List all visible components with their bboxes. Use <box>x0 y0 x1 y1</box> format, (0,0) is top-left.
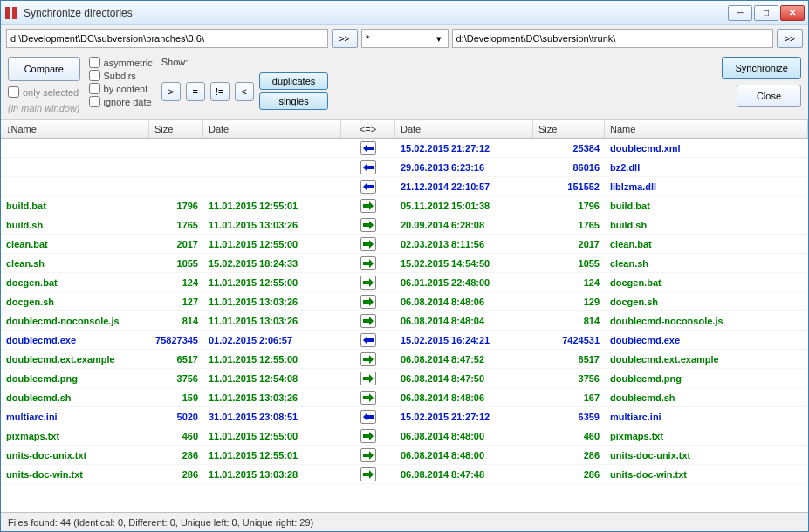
table-row[interactable]: doublecmd.ext.example651711.01.2015 12:5… <box>1 350 808 369</box>
cell-name-right: docgen.bat <box>605 277 808 288</box>
cell-name-right: bz2.dll <box>605 162 808 173</box>
cell-size-left: 124 <box>149 277 203 288</box>
minimize-button[interactable]: ─ <box>728 5 752 21</box>
singles-button[interactable]: singles <box>259 92 329 110</box>
table-row[interactable]: units-doc-unix.txt28611.01.2015 12:55:01… <box>1 446 808 465</box>
cell-size-left: 75827345 <box>149 335 203 345</box>
right-path-input[interactable] <box>452 29 774 48</box>
table-row[interactable]: pixmaps.txt46011.01.2015 12:55:0006.08.2… <box>1 426 808 446</box>
cell-direction[interactable] <box>341 256 395 270</box>
status-bar: Files found: 44 (Identical: 0, Different… <box>1 512 808 531</box>
table-row[interactable]: multiarc.ini502031.01.2015 23:08:5115.02… <box>1 407 808 426</box>
cell-date-right: 06.08.2014 8:48:06 <box>395 392 533 403</box>
arrow-left-icon <box>360 333 376 347</box>
compare-button[interactable]: Compare <box>8 57 80 81</box>
file-mask-input[interactable] <box>361 29 449 48</box>
table-row[interactable]: doublecmd.exe7582734501.02.2015 2:06:571… <box>1 331 808 350</box>
cell-date-left: 11.01.2015 12:55:00 <box>203 431 341 441</box>
cell-direction[interactable] <box>341 448 395 462</box>
synchronize-button[interactable]: Synchronize <box>722 57 801 79</box>
cell-direction[interactable] <box>341 410 395 424</box>
action-buttons: Synchronize Close <box>722 57 801 107</box>
header-direction[interactable]: <=> <box>341 120 395 138</box>
cell-direction[interactable] <box>341 218 395 232</box>
cell-date-left: 11.01.2015 12:55:01 <box>203 201 341 211</box>
left-path-input[interactable] <box>6 29 328 48</box>
cell-direction[interactable] <box>341 467 395 481</box>
header-size-right[interactable]: Size <box>533 120 605 138</box>
cell-size-right: 6517 <box>533 354 605 365</box>
cell-size-right: 460 <box>533 431 605 441</box>
cell-name-left: build.bat <box>1 201 149 211</box>
header-name-left[interactable]: ↓Name <box>1 120 149 138</box>
duplicates-button[interactable]: duplicates <box>259 72 329 90</box>
cell-direction[interactable] <box>341 333 395 347</box>
cell-direction[interactable] <box>341 199 395 213</box>
asymmetric-checkbox[interactable] <box>89 57 100 68</box>
arrow-right-icon <box>360 352 376 366</box>
right-path-go-button[interactable]: >> <box>777 29 803 48</box>
cell-direction[interactable] <box>341 237 395 251</box>
show-gt-button[interactable]: > <box>161 82 181 101</box>
cell-date-right: 06.08.2014 8:47:50 <box>395 373 533 384</box>
table-row[interactable]: doublecmd-noconsole.js81411.01.2015 13:0… <box>1 311 808 331</box>
cell-date-left: 11.01.2015 13:03:26 <box>203 392 341 403</box>
cell-direction[interactable] <box>341 295 395 309</box>
table-row[interactable]: units-doc-win.txt28611.01.2015 13:03:280… <box>1 465 808 484</box>
cell-direction[interactable] <box>341 429 395 443</box>
only-selected-label: only selected <box>23 87 79 98</box>
header-name-right[interactable]: Name <box>605 120 808 138</box>
cell-size-left: 5020 <box>149 412 203 422</box>
table-row[interactable]: 29.06.2013 6:23:1686016bz2.dll <box>1 158 808 177</box>
header-date-left[interactable]: Date <box>203 120 341 138</box>
cell-direction[interactable] <box>341 372 395 385</box>
left-path-go-button[interactable]: >> <box>332 29 358 48</box>
table-row[interactable]: 21.12.2014 22:10:57151552liblzma.dll <box>1 177 808 196</box>
table-row[interactable]: build.bat179611.01.2015 12:55:0105.11.20… <box>1 196 808 215</box>
table-row[interactable]: docgen.sh12711.01.2015 13:03:2606.08.201… <box>1 292 808 311</box>
arrow-right-icon <box>360 295 376 309</box>
header-size-left[interactable]: Size <box>149 120 203 138</box>
cell-date-right: 06.08.2014 8:47:48 <box>395 469 533 480</box>
cell-date-right: 06.08.2014 8:48:00 <box>395 431 533 441</box>
cell-direction[interactable] <box>341 160 395 174</box>
cell-name-left: pixmaps.txt <box>1 431 149 441</box>
close-button[interactable]: Close <box>737 85 801 107</box>
cell-name-left: units-doc-win.txt <box>1 469 149 480</box>
cell-direction[interactable] <box>341 391 395 405</box>
show-lt-button[interactable]: < <box>235 82 254 101</box>
arrow-right-icon <box>360 429 376 443</box>
window-buttons: ─ □ ✕ <box>728 5 805 21</box>
table-row[interactable]: build.sh176511.01.2015 13:03:2620.09.201… <box>1 215 808 235</box>
by-content-checkbox[interactable] <box>89 83 100 94</box>
header-date-right[interactable]: Date <box>395 120 533 138</box>
cell-direction[interactable] <box>341 180 395 194</box>
only-selected-checkbox[interactable] <box>8 86 19 98</box>
close-window-button[interactable]: ✕ <box>780 5 805 21</box>
table-row[interactable]: doublecmd.png375611.01.2015 12:54:0806.0… <box>1 369 808 388</box>
cell-direction[interactable] <box>341 276 395 290</box>
table-row[interactable]: docgen.bat12411.01.2015 12:55:0006.01.20… <box>1 273 808 292</box>
show-eq-button[interactable]: = <box>186 82 205 101</box>
show-neq-button[interactable]: != <box>210 82 230 101</box>
status-text: Files found: 44 (Identical: 0, Different… <box>8 517 313 528</box>
cell-direction[interactable] <box>341 314 395 328</box>
file-list[interactable]: 15.02.2015 21:27:1225384doublecmd.xml29.… <box>1 139 808 512</box>
cell-date-right: 21.12.2014 22:10:57 <box>395 181 533 192</box>
ignore-date-checkbox[interactable] <box>89 96 100 107</box>
cell-name-right: docgen.sh <box>605 297 808 307</box>
cell-name-left: docgen.sh <box>1 297 149 307</box>
table-row[interactable]: doublecmd.sh15911.01.2015 13:03:2606.08.… <box>1 388 808 407</box>
cell-direction[interactable] <box>341 141 395 155</box>
subdirs-checkbox[interactable] <box>89 70 100 81</box>
cell-size-left: 159 <box>149 392 203 403</box>
cell-date-left: 11.01.2015 13:03:26 <box>203 297 341 307</box>
options-row: Compare only selected (in main window) a… <box>1 51 808 119</box>
table-row[interactable]: clean.sh105515.02.2015 18:24:3315.02.201… <box>1 254 808 273</box>
maximize-button[interactable]: □ <box>754 5 778 21</box>
cell-date-right: 29.06.2013 6:23:16 <box>395 162 533 173</box>
table-row[interactable]: clean.bat201711.01.2015 12:55:0002.03.20… <box>1 235 808 254</box>
cell-direction[interactable] <box>341 352 395 366</box>
table-row[interactable]: 15.02.2015 21:27:1225384doublecmd.xml <box>1 139 808 158</box>
show-group: Show: > = != < duplicates singles <box>161 57 329 110</box>
